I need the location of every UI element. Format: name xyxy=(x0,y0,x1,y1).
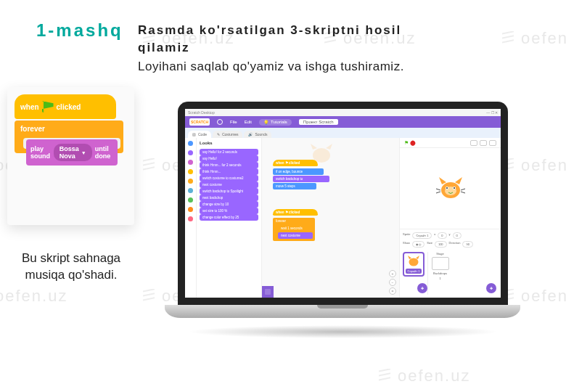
backdrops-label: Backdrops xyxy=(433,271,447,275)
direction-label: Direction xyxy=(449,241,461,248)
palette-block[interactable]: change size by 10 xyxy=(200,201,258,208)
palette-category-title: Looks xyxy=(200,141,258,145)
green-flag-icon xyxy=(42,101,54,113)
palette-block[interactable]: change color effect by 25 xyxy=(200,214,258,221)
category-operators[interactable] xyxy=(188,197,193,203)
stage-label: Stage xyxy=(436,252,443,256)
small-stage-button[interactable] xyxy=(470,140,477,146)
show-label: Show xyxy=(403,241,410,248)
menu-edit[interactable]: Edit xyxy=(245,120,252,124)
sprite-list: Спрайт 1 Stage Backdrops 1 ✚ xyxy=(403,250,498,295)
palette-block[interactable]: say Hello! xyxy=(200,155,258,162)
add-extension-button[interactable] xyxy=(262,286,274,298)
svg-point-6 xyxy=(454,187,455,189)
canvas-hat-block[interactable]: when ⚑ clicked xyxy=(273,209,318,216)
forever-label: forever xyxy=(20,125,45,133)
code-icon: ▧ xyxy=(192,132,196,136)
stop-button[interactable]: ⬤ xyxy=(410,140,416,145)
slide-title: 1-mashq xyxy=(36,20,123,41)
category-motion[interactable] xyxy=(188,141,193,146)
x-input[interactable]: 0 xyxy=(438,232,446,239)
palette-block[interactable]: think Hmm... for 2 seconds xyxy=(200,162,258,168)
large-stage-button[interactable] xyxy=(480,140,487,146)
add-backdrop-button[interactable]: ✚ xyxy=(486,283,496,293)
category-variables[interactable] xyxy=(188,207,193,212)
block-palette[interactable]: Looks say Hello! for 2 secondssay Hello!… xyxy=(197,138,262,298)
menu-file[interactable]: File xyxy=(230,120,237,124)
x-label: x xyxy=(434,232,435,239)
scratch-cat-sprite xyxy=(436,176,465,202)
scratch-logo[interactable]: SCRATCH xyxy=(189,118,210,126)
watermark: oefen.uz xyxy=(0,287,67,306)
tutorials-button[interactable]: 💡 Tutorials xyxy=(259,119,292,126)
show-toggle[interactable]: ◉ ◎ xyxy=(412,241,424,248)
laptop-mockup: Scratch Desktop — ☐ ✕ SCRATCH File Edit … xyxy=(178,102,508,327)
script-canvas[interactable]: when ⚑ clicked if on edge, bounce switch… xyxy=(262,138,399,298)
canvas-hat-block[interactable]: when ⚑ clicked xyxy=(273,160,318,166)
editor-body: Looks say Hello! for 2 secondssay Hello!… xyxy=(185,138,501,298)
zoom-controls: + − = xyxy=(389,270,396,295)
lightbulb-icon: 💡 xyxy=(263,120,268,125)
script-snippet: when clicked forever play sound Bossa No… xyxy=(7,87,134,225)
laptop-shadow xyxy=(187,325,499,338)
palette-block[interactable]: think Hmm... xyxy=(200,168,258,175)
forever-block: forever play sound Bossa Nova ▼ until do… xyxy=(15,121,123,153)
language-icon[interactable] xyxy=(217,119,223,125)
palette-block[interactable]: switch costume to costume2 xyxy=(200,175,258,181)
zoom-reset-button[interactable]: = xyxy=(389,287,396,295)
size-input[interactable]: 100 xyxy=(435,241,447,248)
tab-sounds[interactable]: 🔊 Sounds xyxy=(244,131,271,138)
canvas-block[interactable]: next costume xyxy=(278,232,313,239)
zoom-in-button[interactable]: + xyxy=(389,270,396,277)
editor-tabs: ▧ Code ✎ Costumes 🔊 Sounds xyxy=(185,128,501,138)
hat-block-when-flag-clicked: when clicked xyxy=(15,94,116,119)
picture-plus-icon: ✚ xyxy=(490,286,493,290)
palette-block[interactable]: next backdrop xyxy=(200,195,258,201)
category-events[interactable] xyxy=(188,169,193,174)
sprite-thumbnail[interactable]: Спрайт 1 xyxy=(403,252,424,277)
canvas-block[interactable]: if on edge, bounce xyxy=(273,168,324,175)
tab-costumes[interactable]: ✎ Costumes xyxy=(213,131,243,138)
direction-input[interactable]: 90 xyxy=(462,241,472,248)
palette-block[interactable]: switch backdrop to Spotlight xyxy=(200,188,258,195)
canvas-block[interactable]: move 5 steps xyxy=(273,183,316,189)
stage-column: ⚑ ⬤ xyxy=(399,138,501,298)
category-sensing[interactable] xyxy=(188,188,193,193)
green-flag-button[interactable]: ⚑ xyxy=(404,140,409,145)
category-looks[interactable] xyxy=(188,150,193,155)
sprite-name-input[interactable]: Спрайт 1 xyxy=(412,232,432,239)
watermark: oefen.uz xyxy=(501,156,566,175)
window-titlebar: Scratch Desktop — ☐ ✕ xyxy=(185,109,501,116)
add-sprite-button[interactable]: ✚ xyxy=(417,283,427,293)
stage-preview[interactable] xyxy=(400,148,501,229)
category-my-blocks[interactable] xyxy=(188,216,193,221)
menu-bar: SCRATCH File Edit 💡 Tutorials Проект Scr… xyxy=(185,116,501,128)
sound-icon: 🔊 xyxy=(248,132,253,136)
laptop-screen: Scratch Desktop — ☐ ✕ SCRATCH File Edit … xyxy=(178,102,508,305)
tab-code[interactable]: ▧ Code xyxy=(188,131,211,138)
play-sound-label: play sound xyxy=(30,145,51,160)
size-label: Size xyxy=(427,241,432,248)
zoom-out-button[interactable]: − xyxy=(389,279,396,286)
y-input[interactable]: 0 xyxy=(453,232,462,239)
canvas-block[interactable]: wait 1 seconds xyxy=(278,225,313,232)
fullscreen-button[interactable] xyxy=(489,140,496,146)
snippet-caption: Bu skript sahnaga musiqa qo'shadi. xyxy=(20,250,122,284)
instruction-line-2: Loyihani saqlab qo'yamiz va ishga tushir… xyxy=(138,60,544,74)
palette-block[interactable]: say Hello! for 2 seconds xyxy=(200,149,258,155)
sprite-info-row2: Show ◉ ◎ Size 100 Direction 90 xyxy=(403,241,498,248)
palette-block[interactable]: set size to 100 % xyxy=(200,208,258,214)
category-sound[interactable] xyxy=(188,160,193,165)
stage-controls: ⚑ ⬤ xyxy=(400,138,501,148)
until-done-label: until done xyxy=(95,145,113,160)
canvas-block[interactable]: switch backdrop to xyxy=(273,176,329,182)
backdrops-count: 1 xyxy=(439,277,440,280)
window-title: Scratch Desktop xyxy=(188,110,215,115)
sound-dropdown[interactable]: Bossa Nova ▼ xyxy=(54,144,92,161)
laptop-base xyxy=(165,305,520,318)
category-control[interactable] xyxy=(188,179,193,184)
palette-block[interactable]: next costume xyxy=(200,181,258,188)
window-controls[interactable]: — ☐ ✕ xyxy=(486,110,498,115)
stage-thumbnail[interactable] xyxy=(432,257,449,270)
project-name-input[interactable]: Проект Scratch xyxy=(299,119,338,125)
